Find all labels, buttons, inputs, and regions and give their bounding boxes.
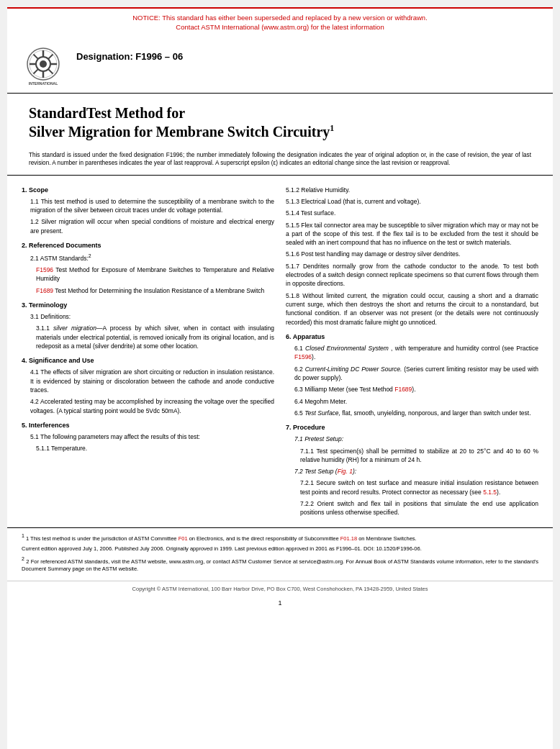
- section-7-1: 7.1 Pretest Setup:: [286, 435, 538, 443]
- section-5-1-8: 5.1.8 Without limited current, the migra…: [286, 291, 538, 327]
- footnote-1: 1 1 This test method is under the jurisd…: [22, 532, 538, 543]
- section-1-title: 1. Scope: [22, 186, 274, 195]
- section-2-f1596: F1596 Test Method for Exposure of Membra…: [22, 265, 274, 283]
- footer: Copyright © ASTM International, 100 Barr…: [7, 581, 553, 596]
- section-5-1-6: 5.1.6 Post test handling may damage or d…: [286, 250, 538, 258]
- svg-line-10: [48, 54, 53, 58]
- section-7-2-2: 7.2.2 Orient switch and flex tail in pos…: [286, 499, 538, 517]
- footnote-2: 2 2 For referenced ASTM standards, visit…: [22, 555, 538, 573]
- svg-text:INTERNATIONAL: INTERNATIONAL: [29, 81, 58, 86]
- section-7-1-1: 7.1.1 Test specimen(s) shall be permitte…: [286, 447, 538, 465]
- intro-paragraph: This standard is issued under the fixed …: [7, 147, 553, 176]
- document-title: StandardTest Method for Silver Migration…: [29, 104, 531, 141]
- section-6-2: 6.2 Current-Limiting DC Power Source. (S…: [286, 365, 538, 383]
- section-5-1: 5.1 The following parameters may affect …: [22, 432, 274, 441]
- footnotes: 1 1 This test method is under the jurisd…: [7, 527, 553, 581]
- section-2-f1689: F1689 Test Method for Determining the In…: [22, 286, 274, 295]
- left-column: 1. Scope 1.1 This test method is used to…: [22, 186, 274, 520]
- f1689-link[interactable]: F1689: [36, 287, 53, 294]
- section-4-title: 4. Significance and Use: [22, 356, 274, 366]
- section-2-title: 2. Referenced Documents: [22, 241, 274, 250]
- section-4-1: 4.1 The effects of silver migration are …: [22, 368, 274, 394]
- svg-line-9: [48, 69, 53, 73]
- fig1-link[interactable]: Fig. 1: [338, 468, 353, 475]
- f1596-link-6-1[interactable]: F1596: [294, 353, 312, 360]
- section-5-1-1: 5.1.1 Temperature.: [22, 444, 274, 453]
- section-5-1-5: 5.1.5 Flex tail connector area may be su…: [286, 221, 538, 248]
- notice-line1: NOTICE: This standard has either been su…: [22, 13, 538, 22]
- section-6-1: 6.1 Closed Environmental System , with t…: [286, 344, 538, 362]
- document-title-section: StandardTest Method for Silver Migration…: [7, 94, 553, 147]
- section-6-3: 6.3 Milliamp Meter (see Test Method F168…: [286, 385, 538, 394]
- section-3-title: 3. Terminology: [22, 301, 274, 310]
- astm-logo: INTERNATIONAL: [22, 44, 65, 87]
- section-1-2: 1.2 Silver migration will occur when spe…: [22, 217, 274, 235]
- svg-point-3: [40, 60, 47, 68]
- svg-line-8: [34, 54, 38, 58]
- f1596-link[interactable]: F1596: [36, 266, 53, 273]
- section-6-5: 6.5 Test Surface, flat, smooth, unyieldi…: [286, 409, 538, 417]
- 515-link[interactable]: 5.1.5: [483, 489, 497, 496]
- section-6-4: 6.4 Megohm Meter.: [286, 397, 538, 406]
- main-content: 1. Scope 1.1 This test method is used to…: [7, 178, 553, 527]
- section-3-1: 3.1 Definitions:: [22, 312, 274, 321]
- footnote-1-current: Current edition approved July 1, 2006. P…: [22, 545, 538, 553]
- section-7-2: 7.2 Test Setup (Fig. 1):: [286, 467, 538, 476]
- section-5-1-7: 5.1.7 Dendrites normally grow from the c…: [286, 262, 538, 289]
- right-column: 5.1.2 Relative Humidity. 5.1.3 Electrica…: [286, 186, 538, 520]
- designation-text: Designation: F1996 – 06: [76, 44, 183, 62]
- section-5-1-4: 5.1.4 Test surface.: [286, 209, 538, 217]
- f01-link[interactable]: F01: [179, 535, 188, 541]
- copyright-text: Copyright © ASTM International, 100 Barr…: [132, 586, 428, 592]
- f0118-link[interactable]: F01.18: [340, 535, 357, 541]
- document-page: NOTICE: This standard has either been su…: [7, 7, 553, 749]
- section-2-1: 2.1 ASTM Standards:2: [22, 253, 274, 263]
- section-4-2: 4.2 Accelerated testing may be accomplis…: [22, 397, 274, 415]
- svg-line-11: [34, 69, 38, 73]
- f1689-link-6-3[interactable]: F1689: [394, 386, 412, 393]
- section-7-2-1: 7.2.1 Secure switch on test surface and …: [286, 478, 538, 496]
- section-1-1: 1.1 This test method is used to determin…: [22, 197, 274, 215]
- section-5-1-3: 5.1.3 Electrical Load (that is, current …: [286, 197, 538, 206]
- section-6-title: 6. Apparatus: [286, 332, 538, 342]
- section-5-title: 5. Interferences: [22, 421, 274, 430]
- section-7-title: 7. Procedure: [286, 423, 538, 432]
- document-header: INTERNATIONAL Designation: F1996 – 06: [7, 37, 553, 94]
- notice-line2: Contact ASTM International (www.astm.org…: [22, 22, 538, 32]
- section-5-1-2: 5.1.2 Relative Humidity.: [286, 186, 538, 194]
- page-number: 1: [7, 596, 553, 609]
- section-3-1-1: 3.1.1 silver migration—A process by whic…: [22, 324, 274, 350]
- notice-bar: NOTICE: This standard has either been su…: [7, 7, 553, 37]
